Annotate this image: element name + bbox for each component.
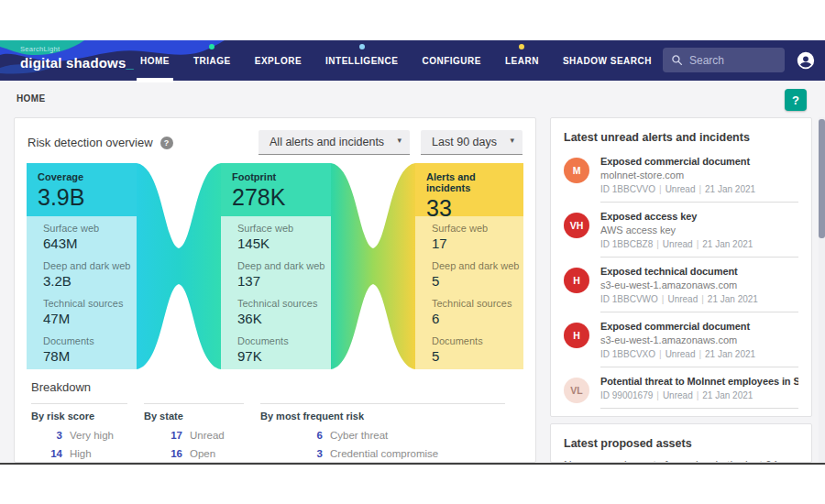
nav-item-label: TRIAGE (193, 56, 231, 66)
alert-date: 21 Jan 2021 (708, 294, 758, 304)
nav-item-configure[interactable]: CONFIGURE (410, 40, 493, 81)
funnel-row-value: 36K (237, 311, 327, 326)
alert-list-item[interactable]: VLPotential threat to Molnnet employees … (564, 367, 798, 409)
daterange-filter-select[interactable]: Last 90 days ▾ (421, 130, 522, 155)
funnel-row: Deep and dark web5 (432, 260, 520, 289)
funnel-column-header: Coverage3.9B (27, 163, 137, 216)
alerts-list: MExposed commercial documentmolnnet-stor… (551, 148, 811, 409)
funnel-row: Surface web643M (43, 223, 133, 251)
breakdown-stat-row[interactable]: 6Cyber threat (260, 430, 522, 441)
funnel-column-total: 278K (232, 184, 327, 211)
funnel-row: Deep and dark web3.2B (43, 260, 133, 289)
funnel-row: Technical sources6 (432, 298, 520, 326)
meta-separator: | (701, 294, 704, 304)
alert-subtitle: molnnet-store.com (600, 170, 798, 181)
alert-meta: ID 1BBCBZ8|Unread|21 Jan 2021 (600, 239, 798, 249)
breakdown-stat-row[interactable]: 17Unread (144, 430, 260, 441)
breakdown-stat-count: 3 (31, 430, 62, 441)
breakdown-stat-label: Very high (70, 430, 114, 441)
meta-separator: | (656, 390, 659, 400)
breakdown-stat-label: High (70, 448, 92, 459)
funnel-visualization: Coverage3.9BSurface web643MDeep and dark… (27, 163, 523, 369)
global-search[interactable] (663, 48, 785, 72)
breakdown-stat-row[interactable]: 14High (31, 448, 144, 459)
alert-status: Unread (663, 390, 693, 400)
alert-id: ID 1BBCVXO (600, 349, 655, 359)
page-scrollbar[interactable] (819, 117, 825, 463)
funnel-column-footprint: Footprint278KSurface web145KDeep and dar… (221, 163, 331, 369)
overview-header: Risk detection overview ? All alerts and… (15, 118, 535, 160)
logo-digital-shadows-label: digital shadows_ (20, 55, 134, 71)
overview-filters: All alerts and incidents ▾ Last 90 days … (258, 130, 522, 155)
funnel-column-body: Surface web643MDeep and dark web3.2BTech… (27, 216, 137, 369)
meta-separator: | (656, 239, 659, 249)
nav-notification-dot (209, 44, 214, 49)
alerts-panel-title: Latest unread alerts and incidents (551, 118, 811, 148)
overview-title: Risk detection overview (28, 136, 153, 149)
breakdown-stat-count: 17 (144, 430, 182, 441)
breakdown-group-by-risk-score: By risk score3Very high14High (31, 403, 144, 463)
meta-separator: | (659, 184, 662, 194)
meta-separator: | (659, 349, 662, 359)
alert-list-item[interactable]: HExposed commercial documents3-eu-west-1… (564, 312, 798, 367)
chevron-down-icon: ▾ (510, 136, 514, 145)
alerts-filter-value: All alerts and incidents (270, 136, 384, 148)
funnel-row-label: Technical sources (237, 298, 327, 309)
alert-status: Unread (666, 349, 696, 359)
funnel-row-label: Surface web (432, 223, 520, 234)
nav-notification-dot (519, 44, 524, 49)
search-icon (671, 54, 683, 66)
divider (31, 403, 127, 404)
chevron-down-icon: ▾ (398, 136, 402, 145)
nav-item-triage[interactable]: TRIAGE (182, 40, 243, 81)
scrollbar-thumb[interactable] (819, 119, 825, 238)
funnel-column-alerts-and-incidents: Alerts and incidents33Surface web17Deep … (415, 163, 523, 369)
alert-list-item[interactable]: VHExposed access keyAWS access keyID 1BB… (564, 203, 798, 257)
assets-empty-message: No proposed assets for review in the las… (551, 454, 811, 463)
overview-help-icon[interactable]: ? (160, 137, 173, 149)
top-navbar: SearchLight digital shadows_ HOMETRIAGEE… (0, 40, 825, 81)
breakdown-group-by-state: By state17Unread16Open (144, 403, 260, 463)
breakdown-stat-row[interactable]: 3Very high (31, 430, 144, 441)
breakdown-group-by-most-frequent-risk: By most frequent risk6Cyber threat3Crede… (260, 403, 522, 463)
funnel-row-label: Surface web (43, 223, 133, 234)
breakdown-stat-label: Credential compromise (330, 448, 438, 459)
alert-id: ID 1BBCBZ8 (600, 239, 653, 249)
funnel-column-header: Footprint278K (221, 163, 331, 216)
account-icon[interactable] (796, 50, 816, 71)
alert-item-body: Exposed commercial documentmolnnet-store… (600, 156, 798, 203)
breakdown-stat-row[interactable]: 3Credential compromise (260, 448, 522, 459)
nav-item-label: EXPLORE (255, 56, 302, 66)
breakdown-stat-count: 16 (144, 448, 182, 459)
brand-logo[interactable]: SearchLight digital shadows_ (20, 46, 134, 71)
meta-separator: | (698, 349, 701, 359)
nav-item-intelligence[interactable]: INTELLIGENCE (314, 40, 410, 81)
alert-date: 21 Jan 2021 (705, 184, 755, 194)
funnel-row-label: Technical sources (43, 298, 133, 309)
funnel-row-value: 145K (237, 236, 327, 251)
alert-id: ID 1BBCVVO (600, 184, 655, 194)
alerts-filter-select[interactable]: All alerts and incidents ▾ (258, 130, 410, 155)
search-input[interactable] (689, 54, 772, 67)
alert-list-item[interactable]: HExposed technical documents3-eu-west-1.… (564, 257, 798, 312)
nav-item-explore[interactable]: EXPLORE (243, 40, 314, 81)
app-frame: SearchLight digital shadows_ HOMETRIAGEE… (0, 40, 825, 465)
alert-list-item[interactable]: MExposed commercial documentmolnnet-stor… (564, 148, 798, 203)
alert-item-body: Exposed technical documents3-eu-west-1.a… (600, 266, 798, 312)
alert-date: 21 Jan 2021 (702, 239, 753, 249)
alert-status: Unread (667, 294, 698, 304)
severity-avatar: VH (564, 213, 589, 238)
breakdown-stat-row[interactable]: 16Open (144, 448, 260, 459)
funnel-row-label: Documents (237, 335, 327, 346)
meta-separator: | (662, 294, 665, 304)
help-button[interactable]: ? (785, 89, 807, 111)
breakdown-groups: By risk score3Very high14HighBy state17U… (31, 403, 522, 463)
nav-item-shadow-search[interactable]: SHADOW SEARCH (551, 40, 664, 81)
funnel-connector (137, 163, 221, 369)
nav-item-learn[interactable]: LEARN (493, 40, 551, 81)
assets-panel-title: Latest proposed assets (551, 424, 811, 454)
nav-item-home[interactable]: HOME (128, 40, 182, 81)
alert-meta: ID 1BBCVVO|Unread|21 Jan 2021 (600, 184, 798, 194)
alert-subtitle: s3-eu-west-1.amazonaws.com (600, 279, 798, 290)
alert-title: Potential threat to Molnnet employees in… (600, 376, 798, 387)
